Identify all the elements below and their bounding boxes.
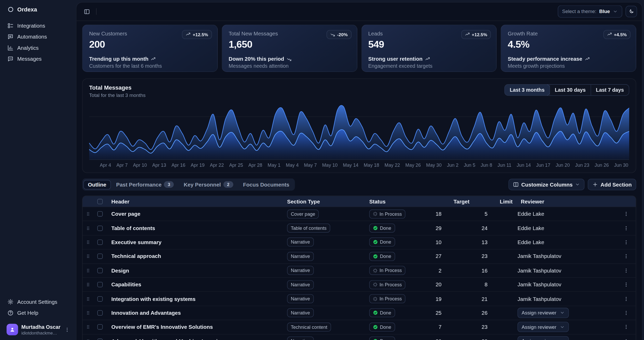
drag-handle-icon[interactable] [86, 254, 90, 259]
target-value[interactable]: 25 [436, 310, 479, 316]
limit-value[interactable]: 28 [482, 338, 517, 340]
limit-value[interactable]: 8 [485, 282, 518, 288]
drag-handle-icon[interactable] [86, 338, 90, 340]
range-button-last-7-days[interactable]: Last 7 days [591, 85, 629, 95]
tab-outline[interactable]: Outline [83, 180, 111, 189]
tab-key-personnel[interactable]: Key Personnel2 [179, 180, 237, 189]
table-row: Technical approachNarrativeDone2723Jamik… [83, 249, 636, 263]
row-checkbox[interactable] [97, 324, 103, 330]
range-button-last-3-months[interactable]: Last 3 months [505, 85, 550, 95]
sidebar-item-get-help[interactable]: Get Help [4, 308, 72, 318]
sidebar-item-integrations[interactable]: Integrations [4, 21, 72, 31]
sidebar-item-account-settings[interactable]: Account Settings [4, 297, 72, 307]
target-value[interactable]: 2 [439, 267, 478, 274]
row-menu-button[interactable] [623, 211, 629, 217]
row-menu-button[interactable] [623, 239, 629, 245]
row-menu-button[interactable] [623, 282, 629, 287]
target-value[interactable]: 10 [436, 239, 479, 245]
drag-handle-icon[interactable] [86, 268, 90, 273]
row-header-link[interactable]: Advanced Algorithms and Machine Learning [111, 338, 224, 340]
sidebar-item-analytics[interactable]: Analytics [4, 43, 72, 53]
dark-mode-toggle-button[interactable] [626, 6, 637, 17]
sidebar-item-label: Analytics [17, 45, 39, 51]
row-checkbox[interactable] [97, 239, 103, 245]
gear-icon [7, 299, 14, 305]
row-header-link[interactable]: Technical approach [111, 253, 161, 259]
drag-handle-icon[interactable] [86, 225, 90, 231]
theme-select-value: Blue [599, 9, 610, 14]
user-menu[interactable]: Murtadha Oscar idiotdonthackme@gmail.com [4, 322, 72, 337]
stat-card-footer: Strong user retention [368, 56, 490, 62]
customize-columns-button[interactable]: Customize Columns [509, 179, 585, 190]
target-value[interactable]: 19 [436, 296, 479, 302]
sidebar-item-automations[interactable]: Automations [4, 32, 72, 42]
drag-handle-icon[interactable] [86, 239, 90, 245]
status-badge: Done [369, 323, 395, 332]
x-tick: Apr 16 [171, 163, 185, 168]
tab-list: OutlinePast Performance3Key Personnel2Fo… [82, 178, 295, 191]
row-menu-button[interactable] [623, 225, 629, 231]
target-value[interactable]: 30 [436, 338, 479, 340]
limit-value[interactable]: 13 [482, 239, 517, 245]
row-checkbox[interactable] [97, 338, 103, 340]
row-menu-button[interactable] [623, 268, 629, 273]
row-checkbox[interactable] [97, 254, 103, 259]
limit-value[interactable]: 24 [482, 225, 517, 231]
target-value[interactable]: 29 [436, 225, 479, 231]
reviewer-name: Eddie Lake [517, 239, 544, 245]
limit-value[interactable]: 21 [482, 296, 517, 302]
row-header-link[interactable]: Innovation and Advantages [111, 310, 181, 316]
tab-past-performance[interactable]: Past Performance3 [112, 180, 178, 189]
target-value[interactable]: 7 [439, 324, 478, 330]
trending-up-icon [425, 57, 430, 61]
row-header-link[interactable]: Executive summary [111, 239, 161, 245]
sidebar-item-messages[interactable]: Messages [4, 54, 72, 64]
row-menu-button[interactable] [623, 324, 629, 330]
assign-reviewer-select[interactable]: Assign reviewer [517, 336, 569, 340]
theme-select[interactable]: Select a theme: Blue [558, 5, 622, 18]
target-value[interactable]: 20 [436, 282, 479, 288]
brand-row[interactable]: Ordexa [4, 4, 72, 15]
assign-reviewer-select[interactable]: Assign reviewer [517, 308, 569, 318]
row-checkbox[interactable] [97, 296, 103, 301]
limit-value[interactable]: 23 [482, 324, 517, 330]
trending-up-icon [151, 57, 156, 61]
add-section-button[interactable]: Add Section [588, 179, 636, 190]
limit-value[interactable]: 5 [485, 211, 518, 217]
drag-handle-icon[interactable] [86, 324, 90, 330]
section-type-badge: Cover page [287, 209, 319, 219]
target-value[interactable]: 27 [436, 253, 479, 259]
row-checkbox[interactable] [97, 211, 103, 217]
limit-value[interactable]: 23 [482, 253, 517, 259]
drag-handle-icon[interactable] [86, 296, 90, 301]
x-tick: May 22 [385, 163, 400, 168]
check-circle-icon [373, 254, 378, 259]
chart-x-axis: Apr 4Apr 7Apr 10Apr 13Apr 16Apr 19Apr 22… [89, 160, 629, 169]
limit-value[interactable]: 26 [482, 310, 517, 316]
select-all-checkbox[interactable] [97, 199, 103, 204]
row-checkbox[interactable] [97, 310, 103, 316]
row-menu-button[interactable] [623, 296, 629, 301]
row-menu-button[interactable] [623, 338, 629, 340]
limit-value[interactable]: 16 [482, 267, 517, 274]
drag-handle-icon[interactable] [86, 282, 90, 287]
row-header-link[interactable]: Capabilities [111, 282, 141, 288]
user-more-icon[interactable] [65, 327, 70, 332]
row-header-link[interactable]: Overview of EMR's Innovative Solutions [111, 324, 213, 330]
row-checkbox[interactable] [97, 225, 103, 231]
tab-focus-documents[interactable]: Focus Documents [239, 180, 294, 189]
row-menu-button[interactable] [623, 254, 629, 259]
row-checkbox[interactable] [97, 282, 103, 287]
assign-reviewer-select[interactable]: Assign reviewer [517, 322, 569, 332]
target-value[interactable]: 18 [436, 211, 479, 217]
drag-handle-icon[interactable] [86, 211, 90, 217]
range-button-last-30-days[interactable]: Last 30 days [549, 85, 591, 95]
row-header-link[interactable]: Design [111, 267, 129, 274]
row-header-link[interactable]: Integration with existing systems [111, 296, 196, 302]
row-menu-button[interactable] [623, 310, 629, 316]
sidebar-toggle-button[interactable] [81, 6, 92, 17]
row-checkbox[interactable] [97, 268, 103, 273]
drag-handle-icon[interactable] [86, 310, 90, 316]
row-header-link[interactable]: Table of contents [111, 225, 155, 231]
row-header-link[interactable]: Cover page [111, 211, 140, 217]
